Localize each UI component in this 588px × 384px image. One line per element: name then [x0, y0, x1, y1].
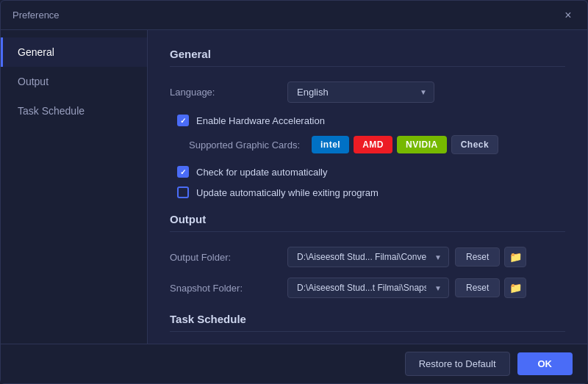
main-content: General Output Task Schedule General Lan…	[1, 30, 587, 344]
general-section-title: General	[170, 48, 565, 67]
language-select-wrapper: English Chinese French German Spanish ▼	[287, 81, 434, 103]
output-folder-select-wrapper: D:\Aiseesoft Stud... Filmai\Converted ▼	[287, 247, 449, 267]
language-label: Language:	[170, 87, 287, 98]
check-button[interactable]: Check	[451, 135, 499, 154]
update-exit-label: Update automatically while exiting progr…	[196, 187, 379, 198]
hardware-accel-row: Enable Hardware Acceleration	[177, 115, 565, 126]
snapshot-folder-select-wrapper: D:\Aiseesoft Stud...t Filmai\Snapshot ▼	[287, 278, 449, 298]
task-schedule-section-title: Task Schedule	[170, 313, 565, 332]
hardware-accel-label: Enable Hardware Acceleration	[196, 115, 325, 126]
intel-button[interactable]: intel	[312, 136, 349, 153]
title-bar: Preference ×	[1, 1, 587, 30]
sidebar-item-task-schedule[interactable]: Task Schedule	[1, 96, 147, 126]
sidebar-item-general-label: General	[18, 46, 54, 58]
task-schedule-section: Task Schedule What do you want to do whe…	[170, 313, 565, 344]
gpu-row: Supported Graphic Cards: intel AMD NVIDI…	[189, 135, 565, 154]
sidebar: General Output Task Schedule	[1, 30, 148, 344]
output-section-title: Output	[170, 213, 565, 232]
language-row: Language: English Chinese French German …	[170, 81, 565, 103]
check-update-label: Check for update automatically	[196, 167, 327, 178]
output-folder-select[interactable]: D:\Aiseesoft Stud... Filmai\Converted	[287, 247, 449, 267]
check-update-checkbox[interactable]	[177, 166, 189, 178]
restore-default-button[interactable]: Restore to Default	[405, 352, 510, 376]
update-exit-checkbox[interactable]	[177, 186, 189, 198]
preference-window: Preference × General Output Task Schedul…	[0, 0, 588, 384]
sidebar-item-task-label: Task Schedule	[18, 105, 85, 117]
amd-button[interactable]: AMD	[354, 136, 392, 153]
close-button[interactable]: ×	[561, 8, 576, 23]
output-reset-button[interactable]: Reset	[455, 247, 500, 267]
snapshot-folder-label: Snapshot Folder:	[170, 283, 287, 294]
bottom-bar: Restore to Default OK	[1, 344, 587, 383]
snapshot-folder-browse-button[interactable]: 📁	[504, 278, 526, 298]
snapshot-folder-icon: 📁	[509, 282, 522, 294]
window-title: Preference	[12, 10, 60, 21]
output-folder-row: Output Folder: D:\Aiseesoft Stud... Film…	[170, 247, 565, 267]
ok-button[interactable]: OK	[517, 352, 573, 375]
sidebar-item-general[interactable]: General	[1, 37, 147, 67]
output-section: Output Output Folder: D:\Aiseesoft Stud.…	[170, 213, 565, 298]
sidebar-item-output[interactable]: Output	[1, 67, 147, 96]
snapshot-folder-row: Snapshot Folder: D:\Aiseesoft Stud...t F…	[170, 278, 565, 298]
hardware-accel-checkbox[interactable]	[177, 115, 189, 126]
check-update-row: Check for update automatically	[177, 166, 565, 178]
snapshot-folder-select[interactable]: D:\Aiseesoft Stud...t Filmai\Snapshot	[287, 278, 449, 298]
output-folder-browse-button[interactable]: 📁	[504, 247, 526, 267]
folder-icon: 📁	[509, 251, 522, 263]
gpu-label: Supported Graphic Cards:	[189, 140, 300, 151]
nvidia-button[interactable]: NVIDIA	[397, 136, 447, 153]
update-exit-row: Update automatically while exiting progr…	[177, 186, 565, 198]
output-folder-label: Output Folder:	[170, 252, 287, 263]
main-panel: General Language: English Chinese French…	[148, 30, 587, 344]
snapshot-reset-button[interactable]: Reset	[455, 278, 500, 297]
sidebar-item-output-label: Output	[18, 76, 49, 87]
language-select[interactable]: English Chinese French German Spanish	[287, 81, 434, 103]
